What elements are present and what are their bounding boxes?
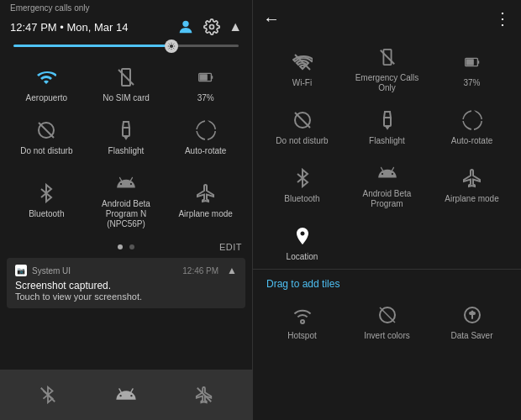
dots-row: EDIT [0,239,252,255]
battery-icon [194,66,218,89]
right-tile-invert-label: Invert colors [364,331,409,341]
brightness-thumb [165,39,178,53]
tile-wifi-label: Aeropuerto [26,93,67,103]
right-auto-rotate-icon [460,108,484,132]
notification-card[interactable]: 📷 System UI 12:46 PM ▲ Screenshot captur… [7,258,245,308]
svg-rect-29 [384,118,391,126]
no-sim-icon [114,66,138,89]
svg-line-6 [173,48,174,49]
user-icon[interactable] [176,18,195,36]
right-data-saver-icon [460,303,484,327]
svg-point-1 [210,25,214,29]
dot-2[interactable] [129,244,134,249]
right-tile-auto-rotate[interactable]: Auto-rotate [429,100,514,153]
right-location-icon [291,224,314,248]
edit-button[interactable]: EDIT [219,242,242,252]
right-battery-icon [460,50,484,74]
right-tile-hotspot-label: Hotspot [287,331,316,341]
header-icons: ▲ [176,18,242,36]
bottom-bluetooth-icon[interactable] [31,378,65,412]
right-tile-emergency-label: Emergency Calls Only [348,73,426,93]
bottom-android-icon[interactable] [109,378,143,412]
tile-dnd[interactable]: Do not disturb [7,110,87,163]
right-tile-bluetooth-label: Bluetooth [284,194,319,204]
tile-dnd-label: Do not disturb [20,146,72,156]
right-tile-wifi-label: Wi-Fi [292,78,312,88]
svg-rect-15 [199,74,207,80]
flashlight-icon [114,118,138,142]
tile-bluetooth[interactable]: Bluetooth [7,163,87,236]
right-tile-auto-rotate-label: Auto-rotate [451,136,492,146]
svg-rect-36 [470,312,475,314]
notif-time: 12:46 PM [182,266,218,276]
time-date: 12:47 PM • Mon, Mar 14 [10,21,170,34]
svg-line-10 [173,43,174,44]
right-airplane-icon [460,166,484,190]
tile-android-beta[interactable]: Android Beta Program N (NPC56P) [87,163,166,236]
airplane-icon [194,181,218,205]
tile-flashlight[interactable]: Flashlight [87,110,166,163]
notif-app-name: System UI [32,266,71,276]
right-tiles-grid: Wi-Fi Emergency Calls Only 37% Do not di… [253,37,521,269]
bottom-bar [0,370,252,420]
right-header: ← ⋮ [253,0,521,37]
right-tile-flashlight[interactable]: Flashlight [345,100,429,153]
right-tile-location[interactable]: Location [260,216,345,269]
dot-1[interactable] [118,244,123,249]
expand-notif-icon[interactable]: ▲ [227,265,237,276]
right-tile-battery[interactable]: 37% [429,37,514,100]
right-hotspot-icon [291,303,314,327]
right-panel: ← ⋮ Wi-Fi Emergency Calls Only 37% [252,0,521,420]
brightness-slider[interactable] [13,45,239,47]
right-tile-emergency[interactable]: Emergency Calls Only [345,37,429,100]
svg-point-0 [182,21,188,27]
settings-icon[interactable] [203,18,220,35]
tile-battery-label: 37% [197,93,214,103]
right-tile-hotspot[interactable]: Hotspot [260,295,345,348]
right-tile-dnd[interactable]: Do not disturb [260,100,345,153]
svg-line-9 [168,48,169,49]
tile-battery[interactable]: 37% [166,57,245,110]
right-flashlight-icon [376,108,399,132]
left-tiles-grid: Aeropuerto No SIM card 37% Do not distur… [0,54,252,239]
tile-auto-rotate[interactable]: Auto-rotate [166,110,245,163]
tile-no-sim[interactable]: No SIM card [87,57,166,110]
expand-icon[interactable]: ▲ [229,19,242,34]
svg-line-12 [118,70,134,85]
right-tile-wifi[interactable]: Wi-Fi [260,37,345,100]
status-text: Emergency calls only [10,3,89,13]
right-tile-data-saver[interactable]: Data Saver [429,295,514,348]
right-tile-android[interactable]: Android Beta Program [345,153,429,216]
status-bar: Emergency calls only [0,0,252,14]
drag-label: Drag to add tiles [253,270,521,295]
tile-wifi[interactable]: Aeropuerto [7,57,87,110]
svg-rect-26 [466,59,473,65]
right-tile-airplane-label: Airplane mode [445,194,498,204]
wifi-icon [34,66,58,89]
back-button[interactable]: ← [263,9,280,29]
right-tile-flashlight-label: Flashlight [369,136,405,146]
bottom-airplane-icon[interactable] [187,378,221,412]
right-tile-invert[interactable]: Invert colors [345,295,429,348]
auto-rotate-icon [194,118,218,142]
tile-flashlight-label: Flashlight [108,146,145,156]
svg-line-23 [380,50,394,65]
right-tile-bluetooth[interactable]: Bluetooth [260,153,345,216]
right-wifi-icon [291,50,314,74]
tile-android-label: Android Beta Program N (NPC56P) [90,199,163,229]
tile-auto-rotate-label: Auto-rotate [185,146,226,156]
right-tile-dnd-label: Do not disturb [276,136,328,146]
android-icon [114,171,138,195]
more-button[interactable]: ⋮ [494,8,511,29]
right-tile-airplane[interactable]: Airplane mode [429,153,514,216]
right-tile-location-label: Location [287,252,318,262]
tile-no-sim-label: No SIM card [103,93,150,103]
bluetooth-icon [34,181,58,205]
bottom-tiles-grid: Hotspot Invert colors Data Saver [253,295,521,348]
tile-airplane-label: Airplane mode [178,209,232,219]
notif-body: Touch to view your screenshot. [15,291,237,302]
tile-airplane[interactable]: Airplane mode [166,163,245,236]
right-dnd-icon [291,108,314,132]
right-tile-data-saver-label: Data Saver [450,331,492,341]
right-invert-icon [376,303,399,327]
